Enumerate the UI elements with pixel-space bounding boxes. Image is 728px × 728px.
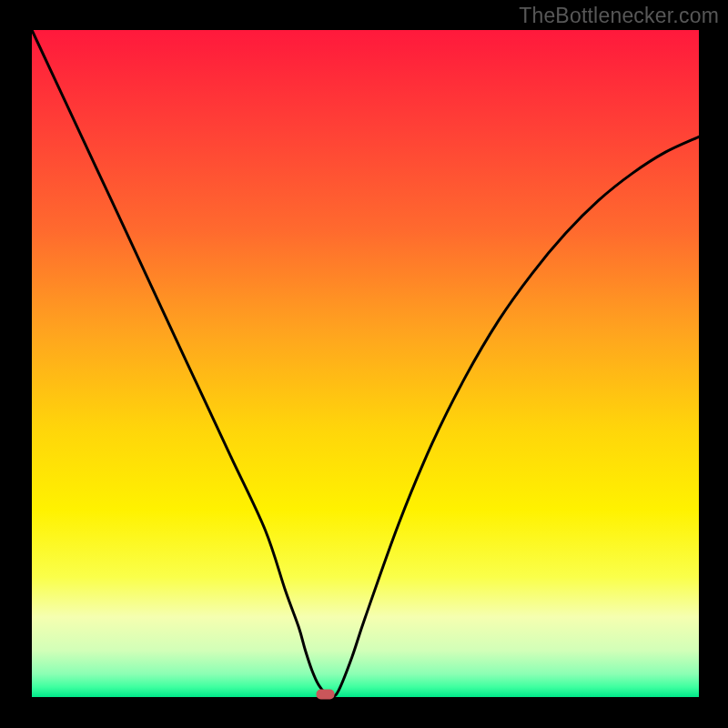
watermark-text: TheBottlenecker.com [519, 4, 719, 28]
chart-frame: TheBottlenecker.com [0, 0, 728, 728]
plot-background [32, 30, 699, 697]
optimal-marker [317, 690, 335, 700]
bottleneck-chart [0, 0, 728, 728]
